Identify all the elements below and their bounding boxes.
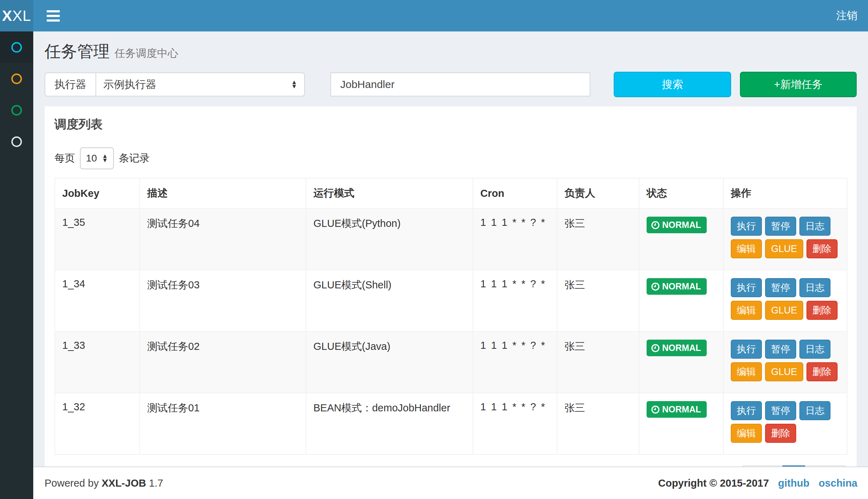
table-row: 1_33 测试任务02 GLUE模式(Java) 1 1 1 * * ? * 张…	[55, 331, 847, 393]
cell-jobkey: 1_32	[55, 393, 140, 454]
log-button[interactable]: 日志	[799, 217, 831, 236]
run-button[interactable]: 执行	[731, 278, 762, 297]
logout-link[interactable]: 注销	[836, 8, 857, 23]
delete-button[interactable]: 删除	[806, 362, 838, 381]
status-badge: NORMAL	[647, 278, 707, 295]
product-version: 1.7	[149, 477, 163, 489]
select-arrows-icon: ▲▼	[291, 80, 297, 89]
circle-o-icon	[11, 74, 22, 84]
run-button[interactable]: 执行	[731, 401, 762, 420]
status-text: NORMAL	[662, 281, 701, 292]
page-size-value: 10	[86, 153, 97, 164]
cell-mode: BEAN模式：demoJobHandler	[306, 393, 473, 454]
hamburger-menu-icon[interactable]	[47, 10, 60, 22]
status-badge: NORMAL	[647, 340, 707, 356]
col-jobkey: JobKey	[55, 178, 140, 209]
page-header: 任务管理任务调度中心	[33, 31, 868, 63]
pause-button[interactable]: 暂停	[765, 401, 796, 420]
delete-button[interactable]: 删除	[765, 424, 796, 443]
select-arrows-icon: ▲▼	[102, 154, 108, 163]
sidebar-item-4[interactable]	[0, 126, 33, 157]
add-job-button[interactable]: +新增任务	[740, 72, 857, 97]
run-button[interactable]: 执行	[731, 217, 762, 236]
delete-button[interactable]: 删除	[806, 239, 838, 258]
cell-desc: 测试任务03	[140, 270, 306, 331]
col-mode: 运行模式	[306, 178, 473, 209]
page-size-select[interactable]: 10 ▲▼	[80, 147, 114, 169]
log-button[interactable]: 日志	[799, 401, 831, 420]
edit-button[interactable]: 编辑	[731, 301, 762, 320]
jobhandler-input[interactable]	[404, 72, 590, 96]
schedule-list-panel: 调度列表 每页 10 ▲▼ 条记录 JobKey 描述 运行模式 Cron 负责…	[45, 106, 857, 466]
status-badge: NORMAL	[647, 217, 707, 233]
job-table: JobKey 描述 运行模式 Cron 负责人 状态 操作 1_35 测试任务0…	[54, 178, 847, 455]
cell-jobkey: 1_35	[55, 209, 140, 270]
cell-mode: GLUE模式(Java)	[306, 331, 473, 393]
status-text: NORMAL	[662, 220, 701, 230]
circle-o-icon	[11, 105, 22, 116]
cell-status: NORMAL	[639, 270, 723, 331]
edit-button[interactable]: 编辑	[731, 362, 762, 381]
cell-desc: 测试任务01	[140, 393, 306, 454]
logo-text-bold: X	[2, 7, 12, 24]
cell-jobkey: 1_33	[55, 331, 140, 393]
sidebar-item-job-manage[interactable]	[0, 31, 33, 63]
clock-icon	[651, 282, 660, 291]
cell-cron: 1 1 1 * * ? *	[473, 270, 557, 331]
log-button[interactable]: 日志	[799, 340, 831, 359]
pause-button[interactable]: 暂停	[765, 217, 796, 236]
pause-button[interactable]: 暂停	[765, 278, 796, 297]
cell-desc: 测试任务02	[140, 331, 306, 393]
search-button[interactable]: 搜索	[614, 72, 731, 97]
cell-actions: 执行 暂停 日志 编辑 GLUE 删除	[723, 331, 847, 393]
run-button[interactable]: 执行	[731, 340, 762, 359]
glue-button[interactable]: GLUE	[765, 362, 803, 381]
status-text: NORMAL	[662, 404, 701, 415]
executor-select[interactable]: 示例执行器 ▲▼	[96, 72, 305, 96]
status-badge: NORMAL	[647, 401, 707, 418]
page-footer: Powered by XXL-JOB 1.7 Copyright © 2015-…	[33, 466, 868, 499]
cell-owner: 张三	[557, 209, 639, 270]
panel-title: 调度列表	[54, 116, 847, 133]
table-row: 1_32 测试任务01 BEAN模式：demoJobHandler 1 1 1 …	[55, 393, 847, 454]
glue-button[interactable]: GLUE	[765, 301, 803, 320]
cell-status: NORMAL	[639, 331, 723, 393]
cell-status: NORMAL	[639, 209, 723, 270]
cell-actions: 执行 暂停 日志 编辑 GLUE 删除	[723, 270, 847, 331]
col-status: 状态	[639, 178, 723, 209]
col-desc: 描述	[140, 178, 306, 209]
cell-jobkey: 1_34	[55, 270, 140, 331]
product-name: XXL-JOB	[102, 477, 146, 489]
table-header-row: JobKey 描述 运行模式 Cron 负责人 状态 操作	[55, 178, 847, 209]
cell-cron: 1 1 1 * * ? *	[473, 393, 557, 454]
page-size-prefix: 每页	[54, 151, 75, 165]
col-actions: 操作	[723, 178, 847, 209]
col-cron: Cron	[473, 178, 557, 209]
cell-mode: GLUE模式(Shell)	[306, 270, 473, 331]
delete-button[interactable]: 删除	[806, 301, 838, 320]
left-sidebar	[0, 31, 33, 499]
oschina-link[interactable]: oschina	[818, 477, 857, 489]
copyright-text: Copyright © 2015-2017	[658, 477, 769, 489]
sidebar-item-3[interactable]	[0, 94, 33, 126]
executor-filter-group: 执行器 示例执行器 ▲▼	[45, 72, 305, 96]
edit-button[interactable]: 编辑	[731, 239, 762, 258]
page-subtitle: 任务调度中心	[115, 46, 178, 61]
edit-button[interactable]: 编辑	[731, 424, 762, 443]
page-title: 任务管理	[45, 41, 110, 63]
filter-toolbar: 执行器 示例执行器 ▲▼ JobHandler 搜索 +新增任务	[45, 72, 857, 97]
glue-button[interactable]: GLUE	[765, 239, 803, 258]
github-link[interactable]: github	[778, 477, 810, 489]
log-button[interactable]: 日志	[799, 278, 831, 297]
sidebar-item-2[interactable]	[0, 63, 33, 94]
pause-button[interactable]: 暂停	[765, 340, 796, 359]
status-text: NORMAL	[662, 343, 701, 353]
col-owner: 负责人	[557, 178, 639, 209]
circle-o-icon	[11, 42, 22, 53]
cell-desc: 测试任务04	[140, 209, 306, 270]
page-size-suffix: 条记录	[119, 151, 150, 165]
clock-icon	[651, 405, 660, 414]
executor-selected-value: 示例执行器	[103, 77, 291, 92]
app-logo[interactable]: XXL	[0, 0, 33, 31]
cell-owner: 张三	[557, 270, 639, 331]
